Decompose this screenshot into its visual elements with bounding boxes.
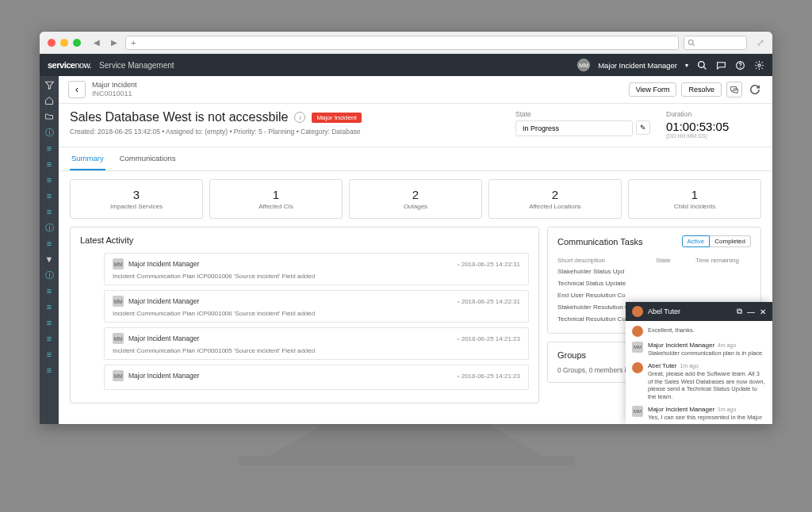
page-title: Sales Database West is not accessbile [70, 110, 288, 124]
gear-icon[interactable] [753, 59, 764, 71]
activity-item[interactable]: MMMajor Incident Manager2018-06-25 14:22… [104, 253, 529, 285]
activity-time: 2018-06-25 14:21:23 [458, 373, 520, 380]
activity-item[interactable]: MMMajor Incident Manager2018-06-25 14:22… [104, 290, 529, 323]
view-form-button[interactable]: View Form [629, 82, 677, 97]
state-label: State [515, 110, 650, 118]
activity-user: Major Incident Manager [128, 297, 199, 305]
tabs: Summary Communications [59, 147, 772, 171]
resolve-button[interactable]: Resolve [681, 82, 722, 97]
activity-user: Major Incident Manager [128, 372, 199, 380]
message-avatar: MM [632, 342, 643, 353]
nav-forward-icon[interactable]: ▶ [108, 36, 121, 49]
url-bar[interactable]: + [125, 36, 679, 50]
nav-list-icon[interactable]: ≡ [44, 190, 55, 201]
activity-time: 2018-06-25 14:22:31 [458, 261, 520, 268]
record-meta: Created: 2018-06-25 13:42:05 • Assigned … [70, 128, 500, 136]
browser-chrome: ◀ ▶ + ⤢ [40, 32, 772, 54]
message-text: Stakeholder communication plan is in pla… [648, 350, 766, 357]
chat-message: MMMajor Incident Manager1m agoYes, I can… [632, 406, 766, 422]
back-button[interactable]: ‹ [68, 81, 86, 98]
chat-minimize-icon[interactable]: — [747, 308, 755, 316]
left-nav: ⓘ ≡ ≡ ≡ ≡ ≡ ⓘ ≡ ▼ ⓘ ≡ ≡ ≡ ≡ ≡ ≡ [40, 76, 59, 424]
activity-item[interactable]: MMMajor Incident Manager2018-06-25 14:21… [104, 327, 529, 360]
app-header: servicenow. Service Management MM Major … [40, 54, 772, 76]
browser-search[interactable] [684, 36, 747, 50]
page-topbar: ‹ Major Incident INC0010011 View Form Re… [59, 76, 772, 104]
activity-time: 2018-06-25 14:22:31 [458, 298, 520, 305]
logo: servicenow. [48, 60, 91, 70]
activity-avatar: MM [113, 296, 124, 307]
chat-avatar [632, 306, 643, 317]
svg-point-0 [688, 40, 693, 44]
info-icon[interactable]: i [294, 112, 305, 123]
tab-communications[interactable]: Communications [118, 147, 178, 170]
close-dot[interactable] [48, 39, 56, 47]
comm-task-row[interactable]: Stakeholder Status Upd [557, 266, 751, 277]
edit-state-button[interactable]: ✎ [636, 120, 650, 135]
comm-task-row[interactable]: Technical Status Update [557, 277, 751, 289]
main-content: ‹ Major Incident INC0010011 View Form Re… [59, 76, 772, 424]
refresh-icon[interactable] [747, 82, 763, 97]
comm-task-row[interactable]: End User Resolution Co [557, 289, 751, 301]
latest-activity-title: Latest Activity [80, 235, 529, 245]
breadcrumb: Major Incident INC0010011 [92, 81, 137, 98]
stat-child-incidents[interactable]: 1Child Incidents [628, 179, 761, 219]
nav-list-icon[interactable]: ≡ [44, 174, 55, 185]
nav-list-icon[interactable]: ≡ [44, 159, 55, 170]
stat-affected-cis[interactable]: 1Affected CIs [209, 179, 343, 219]
nav-list-icon[interactable]: ≡ [44, 143, 55, 154]
stat-outages[interactable]: 2Outages [349, 179, 482, 219]
chat-icon[interactable] [715, 59, 726, 71]
chat-header[interactable]: Abel Tuter ⧉ — ✕ [626, 302, 772, 321]
maximize-dot[interactable] [73, 39, 81, 47]
nav-list-icon[interactable]: ≡ [44, 285, 55, 296]
nav-list-icon[interactable]: ≡ [44, 238, 55, 249]
tab-summary[interactable]: Summary [70, 147, 105, 170]
comm-th-time: Time remaining [695, 257, 751, 264]
nav-list-icon[interactable]: ≡ [44, 365, 55, 376]
nav-back-icon[interactable]: ◀ [90, 36, 103, 49]
pill-completed[interactable]: Completed [710, 235, 751, 247]
user-avatar[interactable]: MM [577, 59, 590, 71]
nav-list-icon[interactable]: ≡ [44, 301, 55, 312]
search-icon[interactable] [696, 59, 707, 71]
nav-info-icon[interactable]: ⓘ [44, 127, 55, 138]
nav-list-icon[interactable]: ≡ [44, 206, 55, 217]
help-icon[interactable] [734, 59, 745, 71]
nav-collapse-icon[interactable]: ▼ [44, 254, 55, 265]
nav-info-icon[interactable]: ⓘ [44, 269, 55, 281]
chat-message: MMMajor Incident Manager4m agoStakeholde… [632, 342, 766, 357]
activity-user: Major Incident Manager [128, 260, 199, 268]
user-name[interactable]: Major Incident Manager [598, 61, 677, 70]
nav-list-icon[interactable]: ≡ [44, 349, 55, 360]
chat-popout-icon[interactable]: ⧉ [737, 307, 742, 316]
nav-list-icon[interactable]: ≡ [44, 317, 55, 328]
svg-point-3 [740, 67, 741, 67]
connect-icon[interactable] [726, 82, 742, 97]
fullscreen-icon[interactable]: ⤢ [756, 37, 764, 48]
nav-info-icon[interactable]: ⓘ [44, 222, 55, 233]
chat-message: Excellent, thanks. [632, 326, 766, 337]
stat-impacted-services[interactable]: 3Impacted Services [70, 179, 203, 219]
duration-value: 01:00:53:05 [666, 120, 761, 133]
new-tab-icon: + [131, 38, 136, 48]
message-avatar [632, 326, 643, 337]
comm-th-desc: Short description [557, 257, 656, 264]
pill-active[interactable]: Active [682, 235, 710, 247]
nav-list-icon[interactable]: ≡ [44, 333, 55, 344]
home-icon[interactable] [44, 95, 55, 106]
activity-avatar: MM [113, 370, 124, 381]
communication-tasks-title: Communication Tasks [557, 237, 642, 246]
user-caret-icon[interactable]: ▾ [685, 62, 688, 69]
stat-affected-locations[interactable]: 2Affected Locations [488, 179, 622, 219]
message-text: Great, please add the Software team. All… [648, 370, 766, 401]
chat-close-icon[interactable]: ✕ [760, 308, 766, 316]
activity-user: Major Incident Manager [128, 334, 199, 342]
filter-icon[interactable] [44, 79, 55, 90]
app-subtitle: Service Management [99, 61, 174, 70]
folder-icon[interactable] [44, 111, 55, 122]
message-text: Excellent, thanks. [648, 327, 766, 334]
minimize-dot[interactable] [60, 39, 68, 47]
message-avatar: MM [632, 406, 643, 417]
activity-item[interactable]: MMMajor Incident Manager2018-06-25 14:21… [104, 365, 529, 390]
